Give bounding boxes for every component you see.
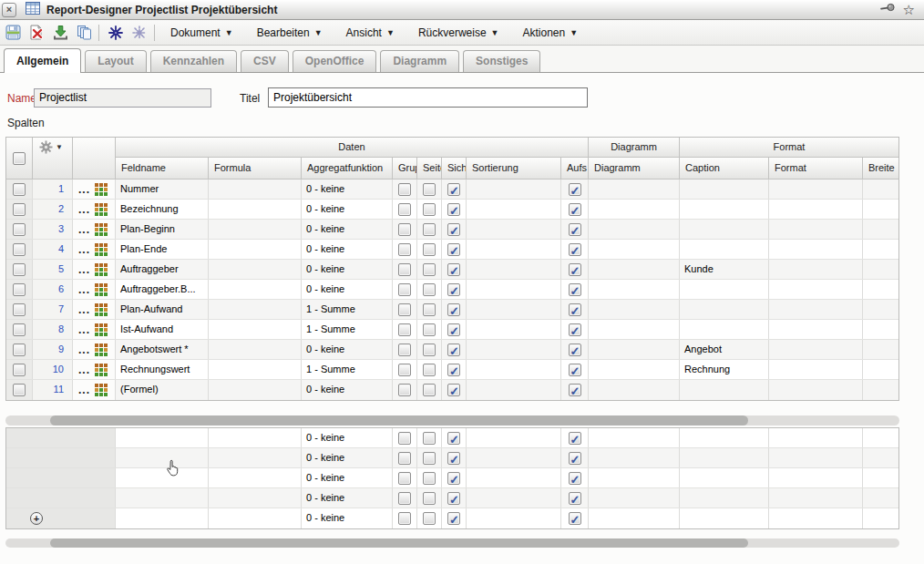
expand-references-icon[interactable] [105, 23, 127, 43]
horizontal-scrollbar[interactable] [5, 415, 899, 426]
checkbox-sicht[interactable]: ✓ [447, 243, 460, 256]
checkbox-grup[interactable]: ✓ [398, 432, 411, 445]
checkbox-seite[interactable]: ✓ [423, 183, 436, 196]
import-icon[interactable] [49, 23, 71, 43]
name-field[interactable]: Projectlist [34, 88, 211, 108]
checkbox-aufs[interactable]: ✓ [569, 203, 581, 216]
field-grid-icon[interactable] [95, 183, 108, 196]
row-number[interactable]: 7 [33, 300, 73, 319]
checkbox-sicht[interactable]: ✓ [447, 203, 460, 216]
checkbox-sicht[interactable]: ✓ [447, 344, 460, 356]
delete-report-icon[interactable] [26, 23, 47, 43]
checkbox-seite[interactable]: ✓ [423, 472, 436, 485]
checkbox-aufs[interactable]: ✓ [569, 344, 581, 356]
horizontal-scrollbar[interactable] [5, 538, 899, 548]
row-select-checkbox[interactable]: ✓ [13, 384, 26, 396]
row-more-button[interactable]: ... [78, 185, 90, 194]
checkbox-aufs[interactable]: ✓ [569, 323, 581, 336]
checkbox-grup[interactable]: ✓ [398, 203, 411, 216]
checkbox-aufs[interactable]: ✓ [569, 223, 581, 236]
checkbox-aufs[interactable]: ✓ [569, 512, 581, 525]
row-select-checkbox[interactable]: ✓ [13, 203, 26, 216]
checkbox-grup[interactable]: ✓ [398, 384, 411, 396]
row-select-checkbox[interactable]: ✓ [13, 223, 26, 236]
checkbox-sicht[interactable]: ✓ [447, 472, 460, 485]
checkbox-seite[interactable]: ✓ [423, 512, 436, 525]
row-number[interactable]: 3 [33, 220, 73, 239]
tab-allgemein[interactable]: Allgemein [4, 48, 81, 73]
row-more-button[interactable]: ... [78, 365, 90, 374]
checkbox-aufs[interactable]: ✓ [569, 243, 581, 256]
checkbox-grup[interactable]: ✓ [398, 283, 411, 296]
checkbox-seite[interactable]: ✓ [423, 364, 436, 376]
checkbox-aufs[interactable]: ✓ [569, 452, 581, 465]
checkbox-aufs[interactable]: ✓ [569, 263, 581, 276]
row-number[interactable]: 5 [33, 260, 73, 279]
field-grid-icon[interactable] [95, 364, 108, 376]
field-grid-icon[interactable] [95, 344, 108, 356]
field-grid-icon[interactable] [95, 303, 108, 316]
checkbox-seite[interactable]: ✓ [423, 303, 436, 316]
row-more-button[interactable]: ... [78, 265, 90, 274]
row-select-checkbox[interactable]: ✓ [13, 183, 26, 196]
row-number[interactable]: 8 [33, 320, 73, 339]
checkbox-aufs[interactable]: ✓ [569, 384, 581, 396]
row-more-button[interactable]: ... [78, 225, 90, 234]
collapse-references-icon[interactable] [128, 23, 150, 43]
menu-ansicht[interactable]: Ansicht▼ [346, 26, 395, 39]
checkbox-aufs[interactable]: ✓ [569, 364, 581, 376]
menu-rueckverweise[interactable]: Rückverweise▼ [418, 26, 499, 39]
row-more-button[interactable]: ... [78, 205, 90, 214]
checkbox-sicht[interactable]: ✓ [447, 223, 460, 236]
checkbox-sicht[interactable]: ✓ [447, 283, 460, 296]
checkbox-sicht[interactable]: ✓ [447, 492, 460, 505]
row-more-button[interactable]: ... [78, 305, 90, 314]
checkbox-seite[interactable]: ✓ [423, 492, 436, 505]
field-grid-icon[interactable] [95, 384, 108, 396]
favorite-star-icon[interactable]: ☆ [903, 3, 915, 17]
field-grid-icon[interactable] [95, 263, 108, 276]
checkbox-aufs[interactable]: ✓ [569, 183, 581, 196]
checkbox-aufs[interactable]: ✓ [569, 432, 581, 445]
row-number[interactable]: 11 [33, 380, 73, 400]
checkbox-seite[interactable]: ✓ [423, 344, 436, 356]
checkbox-grup[interactable]: ✓ [398, 492, 411, 505]
checkbox-grup[interactable]: ✓ [398, 344, 411, 356]
save-icon[interactable] [2, 23, 24, 43]
close-icon[interactable]: × [2, 3, 16, 17]
checkbox-aufs[interactable]: ✓ [569, 472, 581, 485]
checkbox-sicht[interactable]: ✓ [447, 364, 460, 376]
row-select-checkbox[interactable]: ✓ [13, 243, 26, 256]
tab-csv[interactable]: CSV [241, 50, 289, 72]
titel-field[interactable]: Projektübersicht [268, 87, 588, 108]
tab-sonstiges[interactable]: Sonstiges [463, 50, 540, 72]
checkbox-grup[interactable]: ✓ [398, 303, 411, 316]
checkbox-seite[interactable]: ✓ [423, 283, 436, 296]
menu-bearbeiten[interactable]: Bearbeiten▼ [257, 26, 323, 39]
row-more-button[interactable]: ... [78, 385, 90, 395]
checkbox-seite[interactable]: ✓ [423, 452, 436, 465]
tab-diagramm[interactable]: Diagramm [380, 50, 459, 72]
row-number[interactable]: 4 [33, 240, 73, 259]
row-select-checkbox[interactable]: ✓ [13, 323, 26, 336]
checkbox-aufs[interactable]: ✓ [569, 303, 581, 316]
checkbox-grup[interactable]: ✓ [398, 512, 411, 525]
checkbox-sicht[interactable]: ✓ [447, 432, 460, 445]
checkbox-grup[interactable]: ✓ [398, 323, 411, 336]
checkbox-seite[interactable]: ✓ [423, 263, 436, 276]
row-select-checkbox[interactable]: ✓ [13, 364, 26, 376]
checkbox-seite[interactable]: ✓ [423, 203, 436, 216]
field-grid-icon[interactable] [95, 283, 108, 296]
scrollbar-thumb[interactable] [50, 538, 748, 548]
row-more-button[interactable]: ... [78, 325, 90, 334]
checkbox-seite[interactable]: ✓ [423, 223, 436, 236]
gear-icon[interactable]: ▼ [39, 140, 63, 154]
checkbox-seite[interactable]: ✓ [423, 243, 436, 256]
row-select-checkbox[interactable]: ✓ [13, 344, 26, 356]
checkbox-grup[interactable]: ✓ [398, 364, 411, 376]
scrollbar-thumb[interactable] [50, 415, 748, 426]
checkbox-grup[interactable]: ✓ [398, 243, 411, 256]
row-number[interactable]: 10 [33, 360, 73, 379]
field-grid-icon[interactable] [95, 203, 108, 216]
checkbox-sicht[interactable]: ✓ [447, 512, 460, 525]
